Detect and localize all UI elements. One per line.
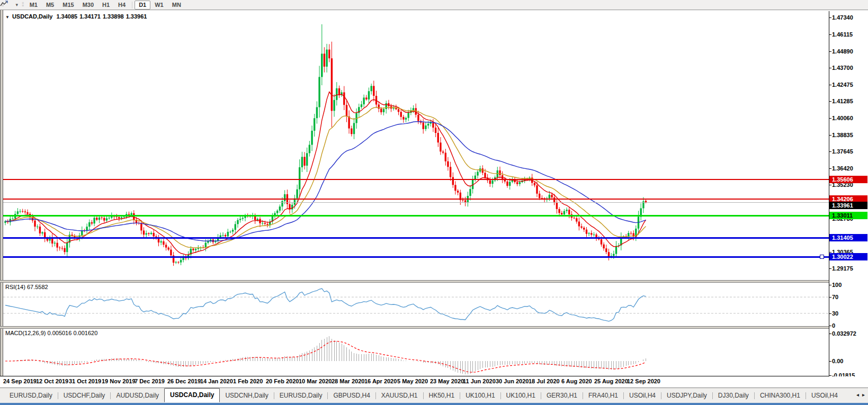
price-axis-tick: 1.47340 (832, 14, 853, 21)
macd-label: MACD(12,26,9) 0.005016 0.001620 (5, 330, 97, 336)
date-axis-label: 5 May 2020 (397, 378, 428, 384)
horizontal-level-line[interactable] (3, 199, 829, 200)
price-level-badge: 1.31405 (829, 234, 867, 241)
chart-tab-usdjpy-daily[interactable]: USDJPY,Daily (661, 389, 712, 402)
line-handle[interactable] (820, 255, 824, 259)
date-axis-label: 31 Oct 2019 (69, 378, 101, 384)
timeframe-button-m5[interactable]: M5 (42, 1, 58, 10)
timeframe-button-mn[interactable]: MN (168, 1, 185, 10)
horizontal-level-line[interactable] (3, 215, 829, 217)
price-axis-tick: 1.46115 (832, 31, 853, 38)
date-axis-label: 30 Jun 2020 (496, 378, 529, 384)
chart-tab-usoil-h4[interactable]: USOil,H4 (806, 389, 843, 402)
date-axis-label: 12 Sep 2020 (627, 378, 660, 384)
price-axis-tick: 1.36420 (832, 165, 853, 172)
tab-scroll-left-button[interactable]: ◂ (855, 392, 861, 398)
chart-tab-usdcnh-daily[interactable]: USDCNH,Daily (220, 389, 273, 402)
price-axis-tick: 1.41285 (832, 98, 853, 105)
price-axis-tickmark (829, 268, 831, 269)
date-axis[interactable]: 24 Sep 201912 Oct 201931 Oct 201919 Nov … (0, 376, 868, 388)
chart-tab-hk50-h1[interactable]: HK50,H1 (424, 389, 460, 402)
dropdown-arrow-icon[interactable]: ▾ (16, 2, 19, 7)
price-axis-tick: 1.43700 (832, 65, 853, 71)
timeframe-button-m15[interactable]: M15 (58, 1, 78, 10)
chart-symbol-label: USDCAD,Daily (12, 13, 52, 20)
date-axis-label: 11 Jun 2020 (463, 378, 496, 384)
rsi-axis-tickmark (829, 297, 831, 298)
horizontal-level-line[interactable] (3, 179, 829, 180)
timeframe-button-w1[interactable]: W1 (150, 1, 168, 10)
date-axis-label: 6 Aug 2020 (561, 378, 592, 384)
timeframe-button-m1[interactable]: M1 (25, 1, 42, 10)
timeframe-button-h1[interactable]: H1 (98, 1, 114, 10)
price-axis-tickmark (829, 118, 831, 119)
price-axis-tick: 1.40060 (832, 115, 853, 122)
current-price-badge: 1.33961 (829, 202, 867, 209)
price-axis-tick: 1.42475 (832, 82, 853, 88)
price-axis-tickmark (829, 85, 831, 85)
chart-tab-eurusd-daily[interactable]: EURUSD,Daily (274, 389, 328, 402)
tab-scroll-right-button[interactable]: ▸ (861, 392, 866, 398)
price-axis-tickmark (829, 151, 831, 152)
ohlc-close: 1.33961 (126, 13, 147, 20)
date-axis-label: 23 May 2020 (430, 378, 464, 384)
price-axis-tickmark (829, 135, 831, 136)
chart-tab-audusd-daily[interactable]: AUDUSD,Daily (111, 389, 164, 402)
ohlc-high: 1.34171 (79, 13, 101, 20)
price-axis-tick: 1.44890 (832, 48, 853, 55)
chart-tab-usoil-h4[interactable]: USOil,H4 (624, 389, 661, 402)
price-axis-tick: 1.37645 (832, 148, 853, 155)
candlestick-chart[interactable] (3, 11, 829, 280)
rsi-chart[interactable] (3, 283, 829, 326)
macd-chart[interactable] (3, 329, 829, 376)
price-axis-tick: 1.29175 (832, 265, 853, 272)
horizontal-level-line[interactable] (3, 237, 829, 239)
date-axis-label: 10 Mar 2020 (299, 378, 332, 384)
chart-mode-icon[interactable] (5, 1, 16, 9)
chart-tab-gbpusd-h4[interactable]: GBPUSD,H4 (328, 389, 375, 402)
date-axis-label: 14 Jan 2020 (200, 378, 233, 384)
chart-tab-usdchf-daily[interactable]: USDCHF,Daily (58, 389, 111, 402)
date-axis-label: 24 Sep 2019 (3, 378, 37, 384)
macd-panel[interactable]: MACD(12,26,9) 0.005016 0.001620 (3, 329, 829, 376)
price-axis[interactable]: 1.473401.461151.448901.437001.424751.412… (829, 11, 868, 376)
date-axis-label: 12 Oct 2019 (36, 378, 68, 384)
chart-ohlc-header: ▼USDCAD,Daily 1.340851.341711.338981.339… (5, 13, 149, 20)
chart-tab-uk100-h1[interactable]: UK100,H1 (501, 389, 541, 402)
chart-tab-eurusd-daily[interactable]: EURUSD,Daily (4, 389, 58, 402)
price-level-badge: 1.33011 (829, 212, 867, 219)
date-axis-label: 28 Mar 2020 (332, 378, 364, 384)
chart-tab-uk100-h1[interactable]: UK100,H1 (460, 389, 500, 402)
price-axis-tickmark (829, 34, 831, 35)
timeframe-toolbar: ⁞⁞ ▾ ⁞⁞ M1M5M15M30H1H4D1W1MN (0, 0, 868, 10)
timeframe-button-h4[interactable]: H4 (114, 1, 130, 10)
rsi-panel[interactable]: RSI(14) 67.5582 (3, 283, 829, 326)
chart-tab-dj30-daily[interactable]: DJ30,Daily (713, 389, 754, 402)
chart-tab-xauusd-h1[interactable]: XAUUSD,H1 (376, 389, 423, 402)
rsi-axis-tick: 70 (832, 294, 838, 301)
rsi-axis-tickmark (829, 313, 831, 314)
main-chart-panel[interactable] (3, 11, 829, 281)
price-level-badge: 1.35606 (829, 176, 867, 183)
macd-axis-tickmark (829, 361, 831, 362)
macd-axis-tick: 0.00 (832, 358, 843, 365)
toolbar-grip2[interactable]: ⁞⁞ (22, 2, 24, 7)
mt4-chart-window: ⁞⁞ ▾ ⁞⁞ M1M5M15M30H1H4D1W1MN ▼USDCAD,Dai… (0, 0, 868, 405)
price-axis-tickmark (829, 68, 831, 68)
date-axis-label: 16 Apr 2020 (364, 378, 397, 384)
chart-tab-usdcad-daily[interactable]: USDCAD,Daily (164, 388, 220, 402)
price-axis-tickmark (829, 101, 831, 102)
timeframe-button-d1[interactable]: D1 (135, 1, 150, 10)
date-axis-label: 7 Dec 2019 (135, 378, 165, 384)
chart-tab-bar: EURUSD,DailyUSDCHF,DailyAUDUSD,DailyUSDC… (0, 388, 868, 403)
price-axis-tickmark (829, 185, 831, 185)
chart-tab-china300-h1[interactable]: CHINA300,H1 (755, 389, 806, 402)
chart-tab-ger30-h1[interactable]: GER30,H1 (541, 389, 583, 402)
horizontal-level-line[interactable] (3, 256, 829, 258)
bottom-status-strip (0, 403, 868, 405)
ohlc-low: 1.33898 (103, 13, 124, 20)
rsi-axis-tick: 30 (832, 310, 838, 317)
timeframe-button-m30[interactable]: M30 (78, 1, 98, 10)
chart-tab-fra40-h1[interactable]: FRA40,H1 (583, 389, 623, 402)
one-click-trading-arrow-icon[interactable]: ▼ (5, 15, 10, 20)
